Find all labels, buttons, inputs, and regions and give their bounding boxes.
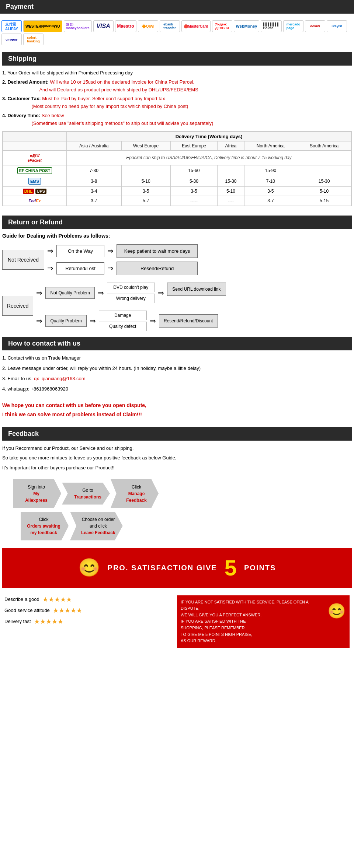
east-europe-col: East Europe: [170, 141, 218, 150]
china-post-carrier: EF CHINA POST: [3, 165, 67, 176]
shipping-point-1: 1. Your Order will be shipped within Pro…: [2, 69, 352, 77]
rating-label-3: Delivery fast: [4, 619, 31, 624]
resend-refund-discount-box: Resend/Refund/Discount: [159, 314, 218, 328]
feedback-intro-3: It's Important for other buyers purchase…: [2, 464, 352, 472]
contact-bold-message: We hope you can contact with us before y…: [2, 401, 352, 419]
banner-number: 5: [225, 555, 237, 581]
epacket-logo: e邮宝ePacket: [26, 153, 43, 163]
carrier-col-header: [3, 132, 67, 141]
ems-africa: 15-30: [218, 176, 244, 186]
payment-section: Payment 支付宝ALIPAY WESTERNUNION WU ((( ))…: [0, 0, 354, 52]
keep-patient-box: Keep patient to wait more days: [117, 244, 198, 258]
dhl-na: 3-5: [244, 186, 297, 196]
arrow-6: ⇒: [98, 288, 104, 297]
contact-item-3: 3. Email to us: qx_qianxiang@163.com: [2, 375, 352, 383]
return-refund-section: Return or Refund Guide for Dealing with …: [0, 216, 354, 337]
ems-sa: 15-30: [297, 176, 351, 186]
damage-box: Damage: [99, 311, 147, 320]
ups-logo: UPS: [35, 189, 47, 194]
fedex-africa: ----: [218, 196, 244, 206]
quality-defect-box: Quality defect: [99, 322, 147, 331]
arrow-5: ⇒: [36, 288, 42, 297]
shipping-section: Shipping 1. Your Order will be shipped w…: [0, 52, 354, 216]
china-post-asia: 7-30: [66, 165, 121, 176]
on-the-way-box: On the Way: [56, 245, 104, 257]
arrow-4: ⇒: [107, 264, 114, 273]
feedback-flow-row1: Sign intoMyAliexpress Go toTransactions …: [13, 479, 352, 508]
not-received-box: Not Received: [2, 250, 44, 270]
dhl-west-eu: 3-5: [121, 186, 170, 196]
feedback-header: Feedback: [2, 427, 352, 441]
yandex-logo: ЯндексДЕНЬГИ: [212, 20, 232, 32]
dhl-ups-row: DHL UPS 3-4 3-5 3-5 5-10 3-5 5-10: [3, 186, 351, 196]
shipping-point-4: 4. Delivery Time: See below (Sometimes u…: [2, 112, 352, 127]
arrow-7: ⇒: [158, 288, 164, 297]
not-quality-box: Not Quality Problem: [45, 287, 94, 299]
send-url-box: Send URL download link: [167, 283, 226, 296]
arrow-2: ⇒: [107, 246, 114, 255]
moneybookers-logo: ((( )))moneybookers: [64, 20, 92, 32]
ratings-section: Describe a good ★★★★★ Good service attit…: [2, 592, 352, 652]
arrow-3: ⇒: [47, 264, 53, 273]
west-europe-col: West Europe: [121, 141, 170, 150]
ems-west-eu: 5-10: [121, 176, 170, 186]
ratings-right-text: IF YOU ARE NOT SATISFIED WITH THE SERVIC…: [181, 600, 308, 643]
feedback-intro-1: If you Recommand our Product, our Servic…: [2, 444, 352, 452]
arrow-10: ⇒: [150, 316, 156, 325]
arrow-8: ⇒: [36, 316, 42, 325]
china-post-sa: [297, 165, 351, 176]
giropay-logo: giropay: [1, 34, 22, 45]
received-branches: ⇒ Not Quality Problem ⇒ DVD couldn't pla…: [36, 283, 226, 331]
china-post-na: 15-90: [244, 165, 297, 176]
alipay-logo: 支付宝ALIPAY: [1, 20, 22, 32]
dhl-logo: DHL: [23, 189, 34, 194]
rating-label-2: Good service attitude: [4, 608, 50, 613]
received-flow: Received ⇒ Not Quality Problem ⇒ DVD cou…: [2, 281, 352, 331]
boleto-logo: ▌▌▌▌▌▌▌Boleto: [261, 20, 282, 32]
carrier-subheader: [3, 141, 67, 150]
china-post-west-eu: [121, 165, 170, 176]
feedback-step-3: ClickManageFeedback: [111, 479, 159, 508]
feedback-step-2: Go toTransactions: [62, 483, 110, 505]
doku-logo: doku$: [305, 20, 325, 32]
bank-transfer-logo: ebanktransfer: [160, 20, 180, 32]
delivery-table: Delivery Time (Working days) Asia / Aust…: [3, 132, 351, 206]
fedex-sa: 5-15: [297, 196, 351, 206]
ems-asia: 3-8: [66, 176, 121, 186]
feedback-section: Feedback If you Recommand our Product, o…: [0, 427, 354, 657]
epacket-desc: Epacket can ship to USA/AU/UK/FR/UA/CA, …: [66, 150, 351, 165]
not-received-flow: Not Received ⇒ On the Way ⇒ Keep patient…: [2, 244, 352, 275]
dhl-asia: 3-4: [66, 186, 121, 196]
fedex-logo: FedEx: [27, 198, 42, 204]
fedex-east-eu: -----: [170, 196, 218, 206]
quality-problem-box: Quality Problem: [45, 315, 86, 327]
not-received-paths: ⇒ On the Way ⇒ Keep patient to wait more…: [47, 244, 198, 275]
ems-row: EMS 3-8 5-10 5-30 15-30 7-10 15-30: [3, 176, 351, 186]
dhl-sa: 5-10: [297, 186, 351, 196]
ipay-logo: iPay88: [327, 20, 347, 32]
china-post-row: EF CHINA POST 7-30 15-60 15-90: [3, 165, 351, 176]
dvd-play-box: DVD couldn't play: [107, 283, 155, 292]
contact-header: How to contact with us: [2, 337, 352, 350]
feedback-intro-2: So take you one more mintues to leave us…: [2, 454, 352, 462]
returned-lost-box: Returned/Lost: [56, 262, 104, 274]
rating-label-1: Describe a good: [4, 596, 39, 602]
not-quality-items: DVD couldn't play Wrong delivery: [107, 283, 155, 303]
dhl-africa: 5-10: [218, 186, 244, 196]
banner-main-text: PRO. SATISFACTION GIVE: [108, 564, 217, 572]
quality-branch: ⇒ Quality Problem ⇒ Damage Quality defec…: [36, 311, 226, 331]
stars-1: ★★★★★: [42, 595, 72, 603]
resend-refund-box: Resend/Refund: [117, 262, 198, 275]
webmoney-logo: WebMoney: [234, 20, 260, 32]
arrow-9: ⇒: [90, 316, 96, 325]
sofort-logo: sofortbanking: [23, 34, 44, 45]
ems-logo: EMS: [28, 178, 41, 185]
ratings-right: 😊 IF YOU ARE NOT SATISFIED WITH THE SERV…: [177, 595, 350, 648]
china-post-east-eu: 15-60: [170, 165, 218, 176]
africa-col: Africa: [218, 141, 244, 150]
visa-logo: VISA: [93, 20, 114, 32]
fedex-asia: 3-7: [66, 196, 121, 206]
ems-east-eu: 5-30: [170, 176, 218, 186]
ems-na: 7-10: [244, 176, 297, 186]
shipping-point-2: 2. Declared Amount: Will write 10 or 15u…: [2, 78, 352, 94]
